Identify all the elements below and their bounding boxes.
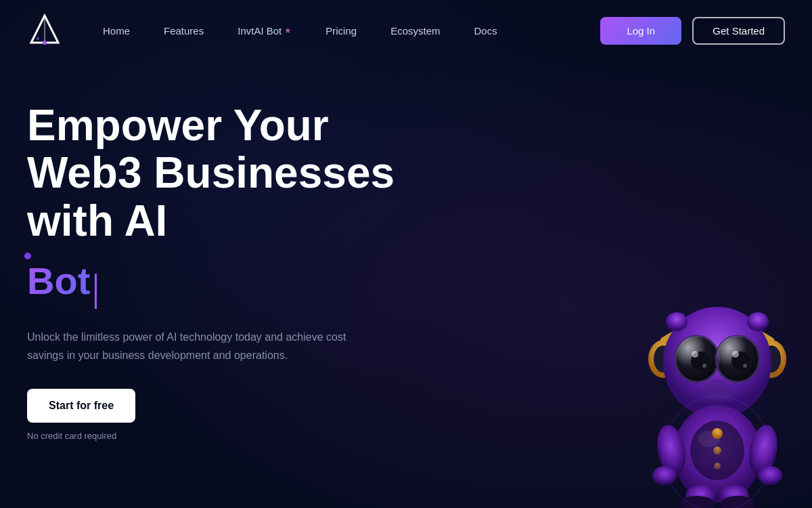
svg-point-38 [714, 463, 721, 469]
nav-pricing[interactable]: Pricing [325, 25, 357, 37]
svg-point-20 [692, 351, 698, 358]
animated-word: Bot [27, 259, 90, 302]
nav-features[interactable]: Features [164, 25, 204, 37]
hero-description: Unlock the limitless power of AI technol… [27, 328, 365, 364]
svg-point-31 [758, 466, 782, 485]
login-button[interactable]: Log In [600, 17, 681, 45]
svg-point-36 [712, 428, 723, 439]
nav-docs[interactable]: Docs [474, 25, 497, 37]
navbar: Home Features InvtAI Bot ★ Pricing Ecosy… [0, 0, 812, 61]
svg-point-21 [732, 351, 739, 358]
hero-content: Empower Your Web3 Businesses with AI Bot… [0, 102, 433, 441]
nav-invtai-bot[interactable]: InvtAI Bot ★ [238, 25, 292, 37]
nav-home[interactable]: Home [103, 25, 130, 37]
hero-animated-text: Bot [27, 258, 433, 309]
animated-word-wrapper: Bot [27, 258, 97, 309]
nav-actions: Log In Get Started [600, 17, 785, 45]
svg-point-4 [37, 37, 39, 40]
cursor-bar [95, 274, 97, 309]
no-credit-card-text: No credit card required [27, 431, 433, 441]
robot-image [623, 251, 812, 508]
nav-ecosystem[interactable]: Ecosystem [390, 25, 440, 37]
svg-point-10 [666, 312, 687, 331]
nav-links: Home Features InvtAI Bot ★ Pricing Ecosy… [103, 25, 600, 37]
star-icon: ★ [284, 26, 292, 35]
start-free-button[interactable]: Start for free [27, 389, 135, 423]
svg-point-24 [702, 379, 732, 401]
get-started-button[interactable]: Get Started [692, 17, 785, 45]
svg-point-3 [43, 41, 47, 45]
svg-point-30 [652, 466, 677, 485]
hero-title: Empower Your Web3 Businesses with AI [27, 102, 433, 245]
svg-point-37 [713, 446, 721, 454]
logo[interactable] [27, 13, 62, 48]
hero-section: Empower Your Web3 Businesses with AI Bot… [0, 61, 812, 508]
dot-indicator [24, 253, 31, 259]
svg-point-22 [702, 364, 706, 368]
svg-point-23 [743, 364, 747, 368]
svg-point-11 [747, 312, 769, 331]
